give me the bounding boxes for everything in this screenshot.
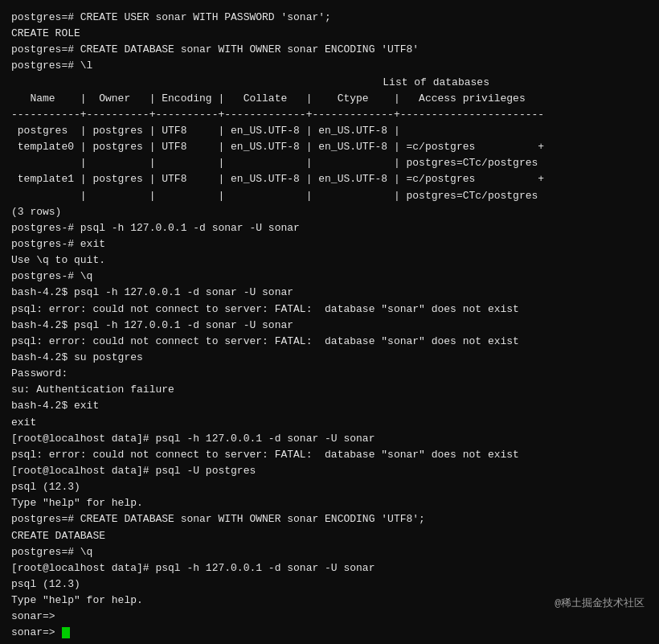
terminal-line-22: psql: error: could not connect to server… <box>11 334 648 350</box>
terminal-line-26: bash-4.2$ exit <box>11 398 648 414</box>
terminal-line-23: bash-4.2$ su postgres <box>11 350 648 366</box>
terminal-line-24: Password: <box>11 366 648 382</box>
terminal-line-41: sonar=> <box>11 609 648 625</box>
terminal-line-25: su: Authentication failure <box>11 382 648 398</box>
terminal-window: postgres=# CREATE USER sonar WITH PASSWO… <box>0 0 659 644</box>
terminal-line-39: Type "help" for help. <box>11 593 648 609</box>
terminal-line-18: postgres-# \q <box>11 269 648 285</box>
terminal-line-30: [root@localhost data]# psql -U postgres <box>11 463 648 479</box>
terminal-line-8: postgres | postgres | UTF8 | en_US.UTF-8… <box>11 123 648 139</box>
terminal-line-11: template1 | postgres | UTF8 | en_US.UTF-… <box>11 171 648 187</box>
terminal-line-27: exit <box>11 415 648 431</box>
terminal-line-31: psql (12.3) <box>11 479 648 495</box>
terminal-line-9: template0 | postgres | UTF8 | en_US.UTF-… <box>11 139 648 155</box>
terminal-line-1: postgres=# CREATE USER sonar WITH PASSWO… <box>11 10 648 26</box>
terminal-line-7: -----------+----------+----------+------… <box>11 107 648 123</box>
terminal-line-10: | | | | | postgres=CTc/postgres <box>11 155 648 171</box>
terminal-line-21: bash-4.2$ psql -h 127.0.0.1 -d sonar -U … <box>11 318 648 334</box>
terminal-line-32: Type "help" for help. <box>11 495 648 511</box>
terminal-line-20: psql: error: could not connect to server… <box>11 301 648 318</box>
terminal-prompt-line[interactable]: sonar=> <box>11 625 648 641</box>
terminal-line-36: postgres=# \q <box>11 544 648 560</box>
terminal-line-3: postgres=# CREATE DATABASE sonar WITH OW… <box>11 42 648 58</box>
terminal-line-37: [root@localhost data]# psql -h 127.0.0.1… <box>11 560 648 576</box>
terminal-line-4: postgres=# \l <box>11 58 648 74</box>
terminal-line-12: | | | | | postgres=CTc/postgres <box>11 188 648 204</box>
terminal-line-28: [root@localhost data]# psql -h 127.0.0.1… <box>11 431 648 447</box>
watermark-text: @稀土掘金技术社区 <box>555 596 645 610</box>
terminal-line-6: Name | Owner | Encoding | Collate | Ctyp… <box>11 91 648 107</box>
terminal-line-16: postgres-# exit <box>11 236 648 252</box>
terminal-line-5: List of databases <box>11 75 648 91</box>
terminal-line-38: psql (12.3) <box>11 576 648 593</box>
terminal-line-29: psql: error: could not connect to server… <box>11 447 648 463</box>
terminal-line-2: CREATE ROLE <box>11 26 648 42</box>
terminal-cursor <box>62 627 70 638</box>
terminal-line-35: CREATE DATABASE <box>11 528 648 544</box>
terminal-line-13: (3 rows) <box>11 204 648 220</box>
terminal-line-15: postgres-# psql -h 127.0.0.1 -d sonar -U… <box>11 220 648 236</box>
terminal-line-19: bash-4.2$ psql -h 127.0.0.1 -d sonar -U … <box>11 285 648 301</box>
terminal-line-17: Use \q to quit. <box>11 252 648 269</box>
terminal-line-34: postgres=# CREATE DATABASE sonar WITH OW… <box>11 511 648 527</box>
